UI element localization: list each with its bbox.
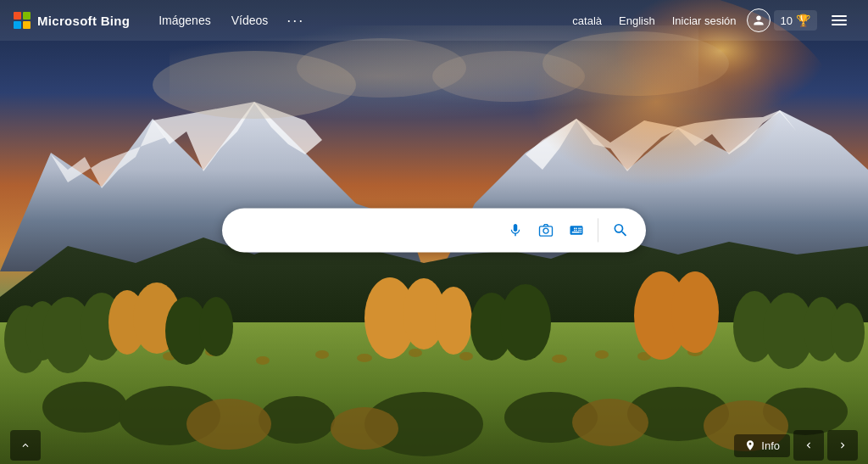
chevron-up-icon	[19, 439, 31, 451]
search-input[interactable]	[236, 222, 498, 238]
svg-point-15	[459, 352, 473, 361]
chevron-right-icon	[837, 439, 849, 451]
trophy-icon: 🏆	[796, 14, 810, 27]
search-divider	[598, 218, 598, 242]
nav-more[interactable]: ···	[280, 8, 311, 33]
camera-icon	[538, 222, 554, 238]
visual-search-button[interactable]	[535, 219, 557, 241]
logo[interactable]: Microsoft Bing	[14, 12, 130, 29]
svg-point-39	[831, 303, 865, 362]
prev-button[interactable]	[793, 430, 824, 461]
avatar[interactable]	[747, 8, 771, 32]
user-icon	[753, 14, 765, 26]
bottom-right: Info	[734, 430, 858, 461]
keyboard-search-button[interactable]	[565, 219, 587, 241]
nav-links: Imágenes Vídeos ···	[150, 8, 565, 33]
microsoft-squares-icon	[14, 12, 31, 29]
svg-point-14	[409, 349, 422, 357]
location-icon	[744, 439, 756, 451]
svg-point-11	[256, 356, 270, 365]
svg-point-56	[543, 228, 548, 233]
hamburger-line-2	[832, 20, 847, 21]
nav-images[interactable]: Imágenes	[150, 8, 219, 32]
voice-search-button[interactable]	[504, 219, 526, 241]
search-icon	[612, 221, 629, 238]
next-button[interactable]	[827, 430, 858, 461]
hamburger-menu[interactable]	[824, 5, 854, 36]
topbar-right: català English Iniciar sesión 10 🏆	[565, 5, 854, 36]
search-wrapper	[222, 208, 646, 252]
svg-point-13	[357, 354, 372, 362]
logo-text: Microsoft Bing	[37, 14, 130, 28]
english-language-button[interactable]: English	[612, 10, 662, 31]
svg-point-17	[552, 355, 567, 363]
keyboard-icon	[569, 222, 584, 238]
catalan-language-button[interactable]: català	[565, 10, 609, 31]
scroll-up-button[interactable]	[10, 430, 41, 461]
svg-point-28	[199, 297, 233, 356]
chevron-left-icon	[803, 439, 815, 451]
mic-icon	[508, 222, 523, 238]
topbar: Microsoft Bing Imágenes Vídeos ··· catal…	[0, 0, 868, 41]
bottom-bar: Info	[0, 427, 868, 464]
signin-button[interactable]: Iniciar sesión	[665, 10, 743, 31]
svg-point-12	[315, 350, 329, 359]
svg-point-33	[500, 284, 551, 361]
hamburger-line-3	[832, 24, 847, 25]
svg-point-31	[435, 287, 472, 355]
search-button[interactable]	[609, 218, 632, 242]
svg-point-18	[595, 350, 609, 359]
clouds	[170, 25, 698, 127]
info-button[interactable]: Info	[734, 434, 790, 457]
points-badge[interactable]: 10 🏆	[774, 10, 817, 31]
svg-point-35	[671, 271, 719, 353]
nav-videos[interactable]: Vídeos	[223, 8, 277, 32]
svg-point-40	[42, 382, 127, 433]
hamburger-line-1	[832, 15, 847, 17]
search-icons	[504, 218, 632, 242]
search-box	[222, 208, 646, 252]
